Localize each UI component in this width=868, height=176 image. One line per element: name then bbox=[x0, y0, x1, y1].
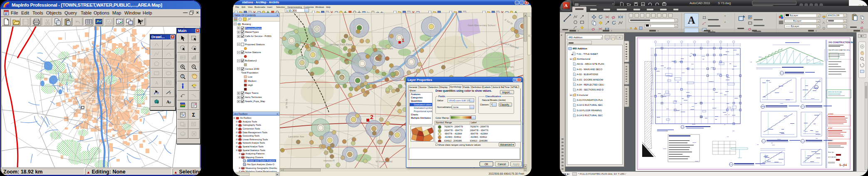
svg-text:W Vickery Blvd: W Vickery Blvd bbox=[376, 160, 392, 163]
svg-text:Lancaster Ave: Lancaster Ave bbox=[288, 135, 304, 138]
svg-text:SHOFFICES: SHOFFICES bbox=[828, 49, 838, 51]
svg-text:W 7th St: W 7th St bbox=[285, 99, 288, 108]
svg-text:seven: seven bbox=[828, 139, 833, 142]
svg-text:1: 1 bbox=[402, 38, 404, 43]
svg-text:Heritage Park: Heritage Park bbox=[378, 47, 393, 50]
svg-text:?: ? bbox=[169, 101, 171, 105]
svg-text:BRIDGE ELEV-AS: BRIDGE ELEV-AS bbox=[828, 91, 842, 93]
svg-text:floor tps: floor tps bbox=[828, 151, 834, 153]
svg-text:?: ? bbox=[141, 19, 143, 23]
svg-text:241 CONSTRUCTION INC: 241 CONSTRUCTION INC bbox=[828, 41, 853, 44]
svg-text:DRAFTED BYa: DRAFTED BYa bbox=[838, 49, 850, 51]
svg-text:STOVE BY: STOVE BY bbox=[828, 156, 836, 158]
svg-text:Nash Elementary School: Nash Elementary School bbox=[468, 24, 495, 27]
svg-text:A: A bbox=[155, 81, 158, 85]
svg-text:?: ? bbox=[169, 91, 171, 95]
svg-text:S--(04: S--(04 bbox=[839, 164, 847, 167]
svg-text:2: 2 bbox=[370, 114, 373, 120]
svg-text:a bar: a bar bbox=[828, 127, 833, 129]
svg-text:?: ? bbox=[157, 101, 159, 105]
svg-text:united: united bbox=[828, 113, 833, 115]
svg-text:?: ? bbox=[181, 75, 183, 78]
svg-text:Harmon Field Park: Harmon Field Park bbox=[493, 66, 514, 68]
svg-text:Heritage Park Plaza: Heritage Park Plaza bbox=[330, 43, 352, 46]
svg-text:?: ? bbox=[157, 91, 159, 95]
svg-text:Harrold Pl: Harrold Pl bbox=[324, 159, 335, 162]
svg-text:Σ: Σ bbox=[192, 112, 195, 118]
